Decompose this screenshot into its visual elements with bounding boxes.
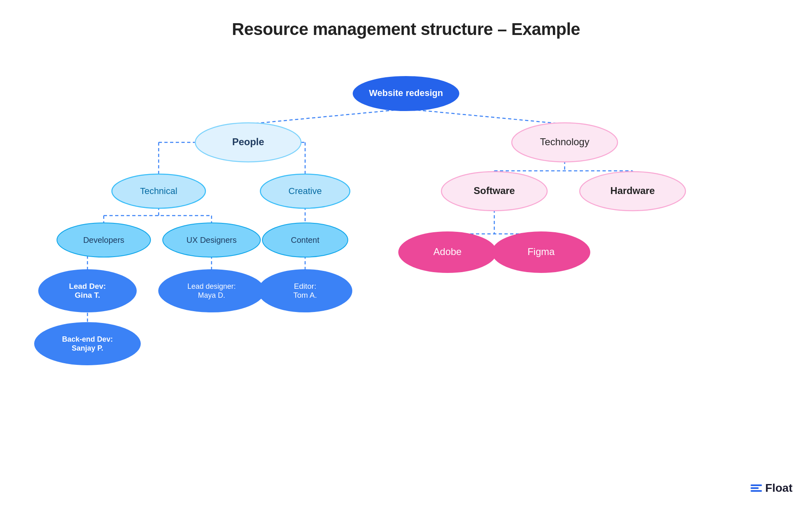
svg-text:Maya D.: Maya D. [198,291,225,299]
svg-text:Lead Dev:: Lead Dev: [69,282,106,290]
svg-text:Editor:: Editor: [294,282,317,290]
svg-text:Content: Content [291,236,319,244]
svg-text:Hardware: Hardware [610,185,655,196]
svg-point-56 [35,323,140,365]
svg-text:Technical: Technical [140,186,177,196]
float-logo: Float [751,482,792,495]
diagram: Website redesign People Technology Techn… [0,0,812,506]
svg-text:Lead designer:: Lead designer: [187,282,236,290]
svg-text:Developers: Developers [83,236,124,244]
svg-text:Adobe: Adobe [433,246,461,257]
svg-text:Tom A.: Tom A. [293,291,317,299]
svg-text:People: People [232,136,264,147]
svg-text:Software: Software [474,185,515,196]
svg-text:Back-end Dev:: Back-end Dev: [62,335,113,343]
svg-text:Website redesign: Website redesign [369,88,443,98]
svg-text:UX Designers: UX Designers [186,236,236,244]
svg-text:Creative: Creative [288,186,322,196]
svg-text:Technology: Technology [540,136,589,147]
logo-line-1 [751,484,762,486]
svg-point-50 [159,270,264,312]
logo-line-3 [751,490,762,492]
svg-line-1 [406,109,565,124]
svg-text:Gina T.: Gina T. [75,291,100,299]
logo-text: Float [765,482,792,495]
svg-line-0 [248,109,406,124]
logo-line-2 [751,487,759,489]
logo-icon [751,484,762,492]
svg-text:Figma: Figma [528,246,555,257]
svg-text:Sanjay P.: Sanjay P. [72,344,103,352]
